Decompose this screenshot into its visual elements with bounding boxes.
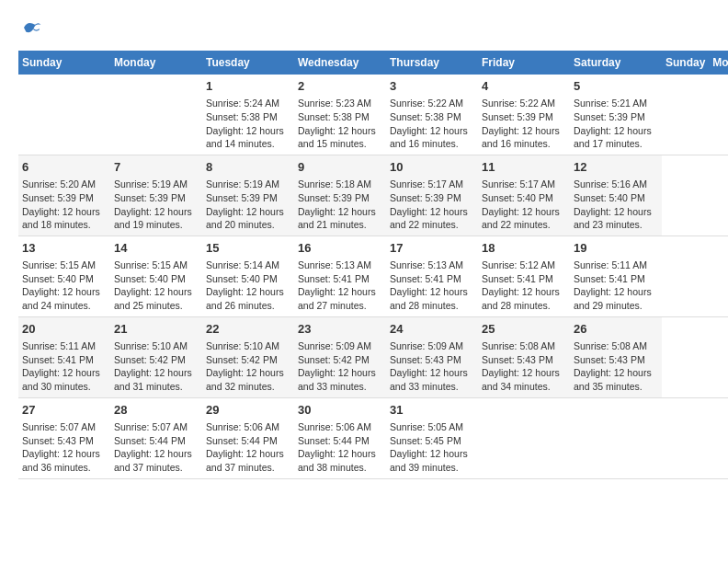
- day-number: 7: [114, 159, 199, 176]
- day-number: 9: [298, 159, 382, 176]
- col-header-monday: Monday: [709, 51, 728, 75]
- day-number: 5: [574, 78, 658, 95]
- col-header-sunday: Sunday: [662, 51, 709, 75]
- calendar-week-row: 13Sunrise: 5:15 AMSunset: 5:40 PMDayligh…: [18, 236, 728, 316]
- calendar-cell: 6Sunrise: 5:20 AMSunset: 5:39 PMDaylight…: [18, 155, 110, 236]
- col-header-thursday: Thursday: [386, 51, 478, 75]
- calendar-cell: 22Sunrise: 5:10 AMSunset: 5:42 PMDayligh…: [202, 316, 294, 397]
- col-header-monday: Monday: [110, 51, 202, 75]
- day-number: 19: [574, 240, 658, 257]
- calendar-cell: 28Sunrise: 5:07 AMSunset: 5:44 PMDayligh…: [110, 397, 202, 478]
- day-number: 20: [22, 321, 107, 338]
- logo-text: [18, 18, 42, 41]
- calendar-cell: 18Sunrise: 5:12 AMSunset: 5:41 PMDayligh…: [478, 236, 570, 316]
- day-number: 11: [482, 159, 566, 176]
- day-number: 23: [298, 321, 382, 338]
- calendar-cell: 14Sunrise: 5:15 AMSunset: 5:40 PMDayligh…: [110, 236, 202, 316]
- calendar-cell: [110, 75, 202, 155]
- calendar-cell: 2Sunrise: 5:23 AMSunset: 5:38 PMDaylight…: [294, 75, 386, 155]
- calendar-cell: [570, 397, 662, 478]
- calendar-cell: 27Sunrise: 5:07 AMSunset: 5:43 PMDayligh…: [18, 397, 110, 478]
- calendar-cell: 8Sunrise: 5:19 AMSunset: 5:39 PMDaylight…: [202, 155, 294, 236]
- calendar-cell: 26Sunrise: 5:08 AMSunset: 5:43 PMDayligh…: [570, 316, 662, 397]
- day-number: 27: [22, 402, 107, 419]
- calendar-cell: 25Sunrise: 5:08 AMSunset: 5:43 PMDayligh…: [478, 316, 570, 397]
- calendar-cell: 7Sunrise: 5:19 AMSunset: 5:39 PMDaylight…: [110, 155, 202, 236]
- calendar-cell: 20Sunrise: 5:11 AMSunset: 5:41 PMDayligh…: [18, 316, 110, 397]
- day-number: 12: [574, 159, 658, 176]
- calendar-cell: 17Sunrise: 5:13 AMSunset: 5:41 PMDayligh…: [386, 236, 478, 316]
- calendar-week-row: 27Sunrise: 5:07 AMSunset: 5:43 PMDayligh…: [18, 397, 728, 478]
- calendar-cell: 29Sunrise: 5:06 AMSunset: 5:44 PMDayligh…: [202, 397, 294, 478]
- calendar-cell: [18, 75, 110, 155]
- day-number: 6: [22, 159, 107, 176]
- calendar-cell: 19Sunrise: 5:11 AMSunset: 5:41 PMDayligh…: [570, 236, 662, 316]
- day-number: 14: [114, 240, 199, 257]
- day-number: 1: [206, 78, 290, 95]
- calendar-cell: 30Sunrise: 5:06 AMSunset: 5:44 PMDayligh…: [294, 397, 386, 478]
- calendar-cell: 9Sunrise: 5:18 AMSunset: 5:39 PMDaylight…: [294, 155, 386, 236]
- col-header-sunday: Sunday: [18, 51, 110, 75]
- calendar-cell: 12Sunrise: 5:16 AMSunset: 5:40 PMDayligh…: [570, 155, 662, 236]
- day-number: 2: [298, 78, 382, 95]
- day-number: 31: [390, 402, 474, 419]
- day-number: 22: [206, 321, 290, 338]
- day-number: 21: [114, 321, 199, 338]
- calendar-week-row: 20Sunrise: 5:11 AMSunset: 5:41 PMDayligh…: [18, 316, 728, 397]
- col-header-wednesday: Wednesday: [294, 51, 386, 75]
- calendar-week-row: 6Sunrise: 5:20 AMSunset: 5:39 PMDaylight…: [18, 155, 728, 236]
- calendar-week-row: 1Sunrise: 5:24 AMSunset: 5:38 PMDaylight…: [18, 75, 728, 155]
- logo: [18, 18, 42, 41]
- day-number: 18: [482, 240, 566, 257]
- day-number: 16: [298, 240, 382, 257]
- day-number: 10: [390, 159, 474, 176]
- calendar-cell: 1Sunrise: 5:24 AMSunset: 5:38 PMDaylight…: [202, 75, 294, 155]
- page-header: [18, 18, 710, 41]
- day-number: 8: [206, 159, 290, 176]
- day-number: 15: [206, 240, 290, 257]
- calendar-cell: 15Sunrise: 5:14 AMSunset: 5:40 PMDayligh…: [202, 236, 294, 316]
- day-number: 3: [390, 78, 474, 95]
- calendar-cell: [478, 397, 570, 478]
- day-number: 26: [574, 321, 658, 338]
- calendar-table: SundayMondayTuesdayWednesdayThursdayFrid…: [18, 51, 728, 479]
- calendar-cell: 11Sunrise: 5:17 AMSunset: 5:40 PMDayligh…: [478, 155, 570, 236]
- col-header-friday: Friday: [478, 51, 570, 75]
- calendar-cell: 31Sunrise: 5:05 AMSunset: 5:45 PMDayligh…: [386, 397, 478, 478]
- calendar-cell: 10Sunrise: 5:17 AMSunset: 5:39 PMDayligh…: [386, 155, 478, 236]
- calendar-cell: 4Sunrise: 5:22 AMSunset: 5:39 PMDaylight…: [478, 75, 570, 155]
- day-number: 4: [482, 78, 566, 95]
- day-number: 28: [114, 402, 199, 419]
- col-header-saturday: Saturday: [570, 51, 662, 75]
- day-number: 30: [298, 402, 382, 419]
- calendar-cell: 13Sunrise: 5:15 AMSunset: 5:40 PMDayligh…: [18, 236, 110, 316]
- day-number: 25: [482, 321, 566, 338]
- calendar-cell: 16Sunrise: 5:13 AMSunset: 5:41 PMDayligh…: [294, 236, 386, 316]
- day-number: 17: [390, 240, 474, 257]
- day-number: 24: [390, 321, 474, 338]
- calendar-header-row: SundayMondayTuesdayWednesdayThursdayFrid…: [18, 51, 728, 75]
- calendar-cell: 24Sunrise: 5:09 AMSunset: 5:43 PMDayligh…: [386, 316, 478, 397]
- calendar-cell: 21Sunrise: 5:10 AMSunset: 5:42 PMDayligh…: [110, 316, 202, 397]
- logo-bird-icon: [20, 18, 42, 37]
- day-number: 13: [22, 240, 107, 257]
- calendar-cell: 5Sunrise: 5:21 AMSunset: 5:39 PMDaylight…: [570, 75, 662, 155]
- calendar-cell: 3Sunrise: 5:22 AMSunset: 5:38 PMDaylight…: [386, 75, 478, 155]
- day-number: 29: [206, 402, 290, 419]
- col-header-tuesday: Tuesday: [202, 51, 294, 75]
- calendar-cell: 23Sunrise: 5:09 AMSunset: 5:42 PMDayligh…: [294, 316, 386, 397]
